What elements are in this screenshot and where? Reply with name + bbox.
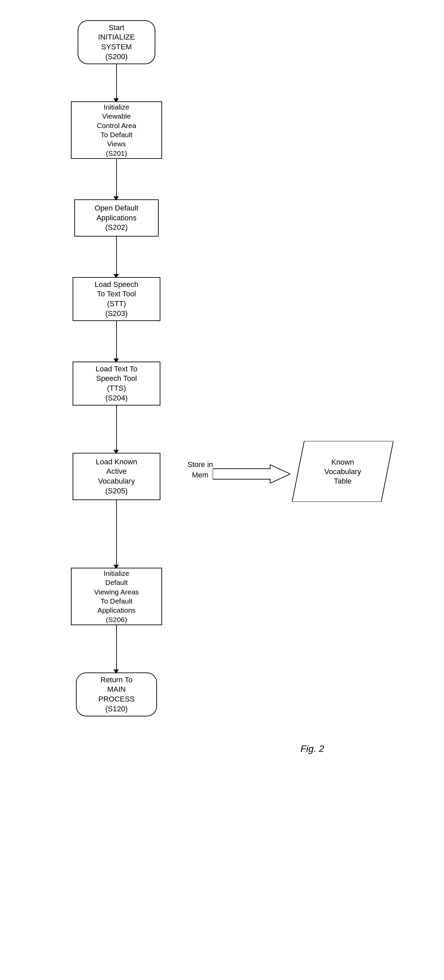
- store-in-mem-label: Store inMem: [187, 460, 213, 480]
- diagram-container: Start INITIALIZE SYSTEM (S200) Initializ…: [0, 0, 444, 980]
- shape-s205: Load Known Active Vocabulary (S205): [73, 453, 160, 500]
- shape-s206: Initialize Default Viewing Areas To Defa…: [71, 568, 162, 625]
- connector-s202-s203: [116, 237, 117, 275]
- shape-s201: Initialize Viewable Control Area To Defa…: [71, 101, 162, 159]
- fig-label: Fig. 2: [301, 743, 324, 754]
- svg-text:Table: Table: [334, 477, 352, 485]
- shape-s120: Return To MAIN PROCESS (S120): [76, 673, 157, 716]
- shape-s203: Load Speech To Text Tool (STT) (S203): [73, 277, 160, 321]
- svg-text:Known: Known: [331, 458, 354, 466]
- connector-s200-s201: [116, 64, 117, 100]
- connector-s201-s202: [116, 159, 117, 198]
- svg-text:Vocabulary: Vocabulary: [325, 467, 361, 476]
- connector-s206-s120: [116, 625, 117, 671]
- parallelogram-shape: Known Vocabulary Table: [292, 441, 393, 502]
- connector-s203-s204: [116, 321, 117, 360]
- shape-s200: Start INITIALIZE SYSTEM (S200): [78, 20, 155, 64]
- hollow-arrow: [213, 465, 290, 483]
- shape-s204: Load Text To Speech Tool (TTS) (S204): [73, 361, 160, 406]
- connector-s204-s205: [116, 406, 117, 451]
- svg-marker-0: [213, 465, 290, 483]
- connector-s205-s206: [116, 500, 117, 566]
- shape-s202: Open Default Applications (S202): [74, 199, 159, 237]
